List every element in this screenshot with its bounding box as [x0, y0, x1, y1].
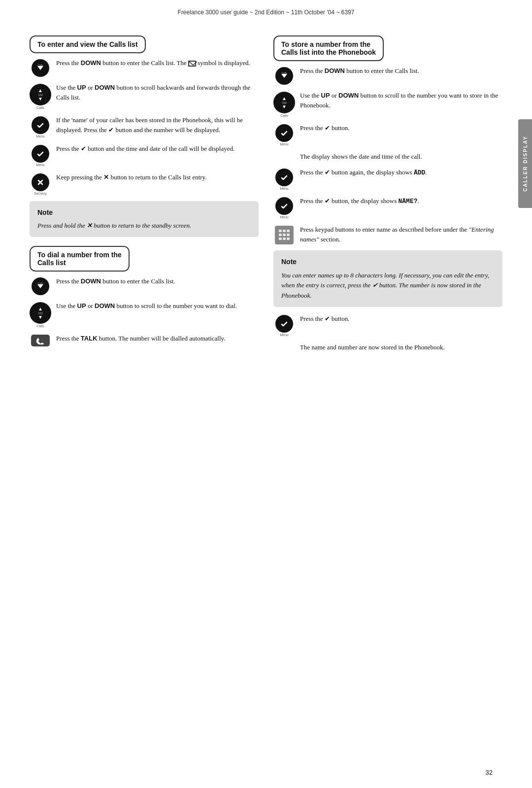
step-right1-2-icon: ▲ Vol ▼ Calls — [273, 91, 295, 117]
step-left2-3: Press the TALK button. The number will b… — [30, 334, 259, 346]
step-left1-1-icon: Calls — [30, 58, 51, 77]
step-left2-1-text: Press the DOWN button to enter the Calls… — [56, 276, 259, 286]
keypad-button-icon — [275, 226, 294, 244]
note-text-right1: You can enter names up to 8 characters l… — [281, 272, 489, 300]
updown-button-icon-2: ▲ Vol ▼ — [30, 302, 51, 324]
step-right1-2: ▲ Vol ▼ Calls Use the UP or DOWN button … — [273, 91, 502, 117]
step-right1-3: Menu Press the ✔ button. — [273, 123, 502, 146]
step-left1-3: Menu If the 'name' of your caller has be… — [30, 115, 259, 138]
step-right1-4-text: Press the ✔ button again, the display sh… — [300, 168, 502, 178]
section-store-phonebook-title: To store a number from theCalls list int… — [273, 35, 384, 61]
step-right1-4: Menu Press the ✔ button again, the displ… — [273, 168, 502, 190]
step-right1-1-icon: Calls — [273, 66, 295, 85]
svg-point-3 — [35, 148, 46, 159]
step-right1-after1-text: Press the ✔ button. — [300, 314, 502, 324]
section-store-phonebook: To store a number from theCalls list int… — [273, 35, 502, 358]
step-left1-3-text: If the 'name' of your caller has been st… — [56, 115, 259, 135]
step-left2-2: ▲ Vol ▼ Calls Use the UP or DOWN button … — [30, 301, 259, 328]
svg-rect-15 — [283, 230, 286, 232]
step-right1-5-icon: Menu — [273, 196, 295, 219]
down-button-icon-r1: Calls — [275, 67, 293, 85]
step-left1-5-icon: Secrecy — [30, 172, 51, 195]
note-title-right1: Note — [281, 256, 495, 267]
page-header: Freelance 3000 user guide ~ 2nd Edition … — [0, 0, 532, 21]
step-left2-2-text: Use the UP or DOWN button to scroll to t… — [56, 301, 259, 311]
step-left1-5: Secrecy Keep pressing the ✕ button to re… — [30, 172, 259, 195]
left-column: To enter and view the Calls list Calls P… — [30, 35, 259, 358]
svg-point-12 — [279, 172, 290, 183]
step-right1-4-icon: Menu — [273, 168, 295, 190]
sidebar-tab-label: CALLER DISPLAY — [523, 136, 528, 192]
step-left1-2: ▲ Vol ▼ Calls Use the UP or DOWN button … — [30, 83, 259, 109]
note-box-right1: Note You can enter names up to 8 charact… — [273, 250, 502, 307]
x-button-icon — [32, 173, 49, 191]
step-left1-3-icon: Menu — [30, 115, 51, 138]
step-right1-6-text: Press keypad buttons to enter name as de… — [300, 225, 502, 244]
svg-point-23 — [279, 318, 290, 329]
step-right1-1: Calls Press the DOWN button to enter the… — [273, 66, 502, 85]
note-title-left1: Note — [37, 207, 251, 218]
svg-text:Calls: Calls — [37, 282, 43, 285]
section-enter-calls-title: To enter and view the Calls list — [30, 35, 146, 53]
updown-button-icon-r1: ▲ Vol ▼ — [273, 92, 295, 113]
section-enter-calls: To enter and view the Calls list Calls P… — [30, 35, 259, 237]
svg-marker-9 — [281, 74, 287, 78]
check-button-icon-2 — [32, 145, 49, 163]
step-right1-6: Press keypad buttons to enter name as de… — [273, 225, 502, 244]
step-left1-2-text: Use the UP or DOWN button to scroll back… — [56, 83, 259, 102]
updown-button-icon: ▲ Vol ▼ — [30, 84, 51, 105]
check-button-icon-r2 — [275, 169, 293, 186]
svg-point-11 — [279, 128, 290, 138]
svg-rect-19 — [287, 234, 290, 236]
svg-text:Calls: Calls — [281, 71, 287, 74]
section-dial-calls-title: To dial a number from theCalls list — [30, 246, 130, 272]
step-right1-1-text: Press the DOWN button to enter the Calls… — [300, 66, 502, 76]
envelope-icon — [188, 61, 196, 67]
right-column: To store a number from theCalls list int… — [273, 35, 502, 358]
check-button-icon-r3 — [275, 197, 293, 215]
step-right1-2-text: Use the UP or DOWN button to scroll to t… — [300, 91, 502, 110]
section-dial-calls: To dial a number from theCalls list Call… — [30, 246, 259, 352]
down-button-icon: Calls — [32, 59, 49, 77]
step-right1-after1: Menu Press the ✔ button. — [273, 314, 502, 337]
step-left2-1-icon: Calls — [30, 276, 51, 295]
svg-point-2 — [35, 120, 46, 131]
caller-display-tab: CALLER DISPLAY — [518, 119, 532, 208]
svg-point-13 — [279, 201, 290, 211]
svg-rect-22 — [287, 238, 290, 240]
svg-rect-20 — [279, 238, 282, 240]
note-text-left1: Press and hold the ✕ button to return to… — [37, 222, 191, 229]
step-left1-4: Menu Press the ✔ button and the time and… — [30, 144, 259, 167]
step-left2-3-text: Press the TALK button. The number will b… — [56, 334, 259, 343]
step-right1-3-icon: Menu — [273, 123, 295, 146]
svg-marker-0 — [37, 66, 43, 70]
step-right1-3-text: Press the ✔ button. — [300, 123, 502, 133]
svg-rect-17 — [279, 234, 282, 236]
svg-rect-16 — [287, 230, 290, 232]
step-left1-2-icon: ▲ Vol ▼ Calls — [30, 83, 51, 109]
step-left1-5-text: Keep pressing the ✕ button to return to … — [56, 172, 259, 182]
check-button-icon-r4 — [275, 315, 293, 333]
step-right1-5-text: Press the ✔ button, the display shows NÄ… — [300, 196, 502, 206]
check-button-icon — [32, 116, 49, 134]
step-right1-5: Menu Press the ✔ button, the display sho… — [273, 196, 502, 219]
step-right1-3b: The display shows the date and time of t… — [273, 152, 502, 162]
svg-rect-14 — [279, 230, 282, 232]
svg-rect-18 — [283, 234, 286, 236]
step-left1-4-icon: Menu — [30, 144, 51, 167]
step-left2-3-icon — [30, 334, 51, 346]
step-right1-after1-icon: Menu — [273, 314, 295, 337]
step-left2-1: Calls Press the DOWN button to enter the… — [30, 276, 259, 295]
svg-marker-7 — [37, 284, 43, 288]
step-left1-1: Calls Press the DOWN button to enter the… — [30, 58, 259, 77]
step-left2-2-icon: ▲ Vol ▼ Calls — [30, 301, 51, 328]
note-box-left1: Note Press and hold the ✕ button to retu… — [30, 201, 259, 237]
down-button-icon-2: Calls — [32, 277, 49, 295]
step-left1-4-text: Press the ✔ button and the time and date… — [56, 144, 259, 154]
step-right1-6-icon — [273, 225, 295, 244]
check-button-icon-r1 — [275, 124, 293, 142]
talk-button-icon — [31, 335, 50, 346]
step-left1-1-text: Press the DOWN button to enter the Calls… — [56, 58, 259, 68]
svg-text:Calls: Calls — [37, 64, 43, 67]
svg-rect-21 — [283, 238, 286, 240]
